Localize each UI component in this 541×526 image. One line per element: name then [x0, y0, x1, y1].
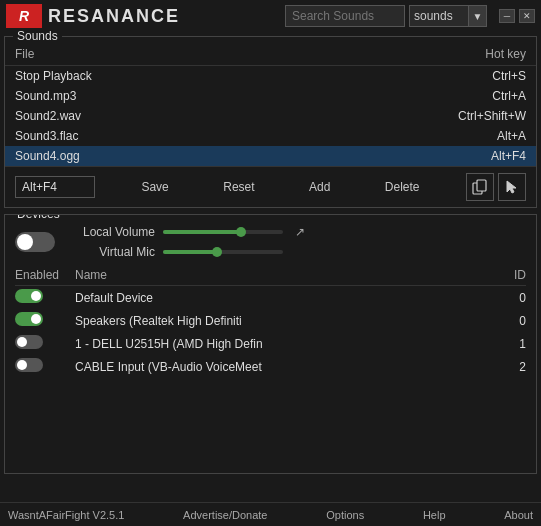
devices-section: Devices Local Volume ↗ [4, 214, 537, 474]
save-button[interactable]: Save [133, 178, 176, 196]
device-row[interactable]: Speakers (Realtek High Definiti 0 [15, 309, 526, 332]
table-row[interactable]: Sound4.ogg Alt+F4 [5, 146, 536, 166]
sounds-section-label: Sounds [13, 29, 62, 43]
table-row[interactable]: Stop Playback Ctrl+S [5, 66, 536, 86]
local-volume-label: Local Volume [65, 225, 155, 239]
version-label: WasntAFairFight V2.5.1 [8, 509, 124, 521]
close-button[interactable]: ✕ [519, 9, 535, 23]
devices-section-label: Devices [13, 214, 64, 221]
table-row[interactable]: Sound2.wav Ctrl+Shift+W [5, 106, 536, 126]
col-enabled-header: Enabled [15, 268, 75, 282]
title-bar-right: ▼ ─ ✕ [285, 5, 535, 27]
cursor-icon-button[interactable] [498, 173, 526, 201]
virtual-mic-track[interactable] [163, 250, 283, 254]
help-link[interactable]: Help [423, 509, 446, 521]
search-input[interactable] [285, 5, 405, 27]
master-toggle[interactable] [15, 232, 55, 252]
device-toggle-1[interactable] [15, 312, 43, 326]
local-volume-thumb [236, 227, 246, 237]
virtual-mic-label: Virtual Mic [65, 245, 155, 259]
sounds-controls: Save Reset Add Delete [5, 166, 536, 207]
virtual-mic-thumb [212, 247, 222, 257]
app-logo: R [6, 4, 42, 28]
col-name-header: Name [75, 268, 486, 282]
table-row[interactable]: Sound3.flac Alt+A [5, 126, 536, 146]
app-title: RESANANCE [48, 6, 180, 27]
add-button[interactable]: Add [301, 178, 338, 196]
device-row[interactable]: Default Device 0 [15, 286, 526, 309]
sounds-table-body: Stop Playback Ctrl+S Sound.mp3 Ctrl+A So… [5, 66, 536, 166]
sounds-filter-input[interactable] [409, 5, 469, 27]
virtual-mic-row: Virtual Mic [65, 245, 526, 259]
about-link[interactable]: About [504, 509, 533, 521]
search-dropdown-wrapper: ▼ [409, 5, 487, 27]
device-toggle-3[interactable] [15, 358, 43, 372]
options-link[interactable]: Options [326, 509, 364, 521]
devices-inner: Local Volume ↗ Virtual Mic [5, 215, 536, 382]
device-table-body: Default Device 0 Speakers (Realtek High … [15, 286, 526, 378]
icon-buttons [466, 173, 526, 201]
bottom-bar: WasntAFairFight V2.5.1 Advertise/Donate … [0, 502, 541, 526]
device-toggle-2[interactable] [15, 335, 43, 349]
col-file-header: File [15, 47, 271, 61]
device-table-header: Enabled Name ID [15, 265, 526, 286]
virtual-mic-fill [163, 250, 217, 254]
device-toggle-0[interactable] [15, 289, 43, 303]
sounds-dropdown-arrow[interactable]: ▼ [469, 5, 487, 27]
table-row[interactable]: Sound.mp3 Ctrl+A [5, 86, 536, 106]
col-id-header: ID [486, 268, 526, 282]
reset-button[interactable]: Reset [215, 178, 262, 196]
advertise-link[interactable]: Advertise/Donate [183, 509, 267, 521]
sounds-section: Sounds File Hot key Stop Playback Ctrl+S… [4, 36, 537, 208]
volume-sliders: Local Volume ↗ Virtual Mic [65, 225, 526, 259]
local-volume-icon[interactable]: ↗ [295, 225, 305, 239]
volume-controls-row: Local Volume ↗ Virtual Mic [15, 225, 526, 259]
window-controls: ─ ✕ [499, 9, 535, 23]
device-row[interactable]: 1 - DELL U2515H (AMD High Defin 1 [15, 332, 526, 355]
local-volume-fill [163, 230, 241, 234]
col-hotkey-header: Hot key [271, 47, 527, 61]
delete-button[interactable]: Delete [377, 178, 428, 196]
device-row[interactable]: CABLE Input (VB-Audio VoiceMeet 2 [15, 355, 526, 378]
master-toggle-knob [17, 234, 33, 250]
local-volume-track[interactable] [163, 230, 283, 234]
sounds-table-header: File Hot key [5, 43, 536, 66]
title-bar-left: R RESANANCE [6, 4, 180, 28]
hotkey-input[interactable] [15, 176, 95, 198]
local-volume-row: Local Volume ↗ [65, 225, 526, 239]
main-content: Sounds File Hot key Stop Playback Ctrl+S… [0, 32, 541, 502]
copy-icon-button[interactable] [466, 173, 494, 201]
title-bar: R RESANANCE ▼ ─ ✕ [0, 0, 541, 32]
minimize-button[interactable]: ─ [499, 9, 515, 23]
svg-rect-1 [477, 180, 486, 191]
